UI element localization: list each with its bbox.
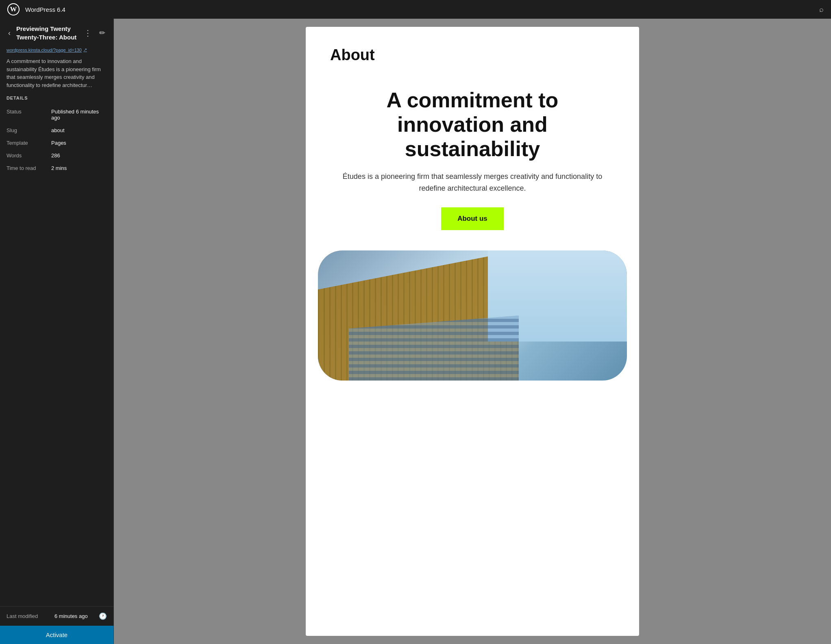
detail-label-words: Words [7, 152, 51, 159]
details-section: DETAILS Status Published 6 minutes ago S… [0, 96, 113, 174]
about-us-button[interactable]: About us [441, 207, 504, 230]
preview-frame: About A commitment to innovation and sus… [306, 27, 639, 636]
activate-button[interactable]: Activate [0, 626, 113, 644]
page-title: About [306, 27, 639, 72]
sky-area [488, 250, 627, 342]
app-title: WordPress 6.4 [25, 6, 819, 13]
last-modified-label: Last modified [7, 613, 51, 619]
detail-value-time-to-read: 2 mins [51, 165, 67, 171]
detail-row-time-to-read: Time to read 2 mins [7, 162, 107, 174]
back-button[interactable]: ‹ [7, 27, 12, 39]
detail-row-template: Template Pages [7, 137, 107, 149]
hero-subtext: Études is a pioneering firm that seamles… [330, 171, 615, 194]
sidebar: ‹ Previewing Twenty Twenty-Three: About … [0, 19, 114, 644]
detail-row-slug: Slug about [7, 124, 107, 137]
main-layout: ‹ Previewing Twenty Twenty-Three: About … [0, 19, 831, 644]
detail-label-status: Status [7, 109, 51, 115]
wordpress-logo: W [7, 3, 20, 15]
detail-value-words: 286 [51, 152, 60, 159]
top-bar: W WordPress 6.4 ⌕ [0, 0, 831, 19]
external-link-icon: ↗ [83, 47, 87, 52]
detail-row-words: Words 286 [7, 149, 107, 162]
details-heading: DETAILS [7, 96, 107, 100]
search-icon[interactable]: ⌕ [819, 5, 824, 14]
link-text: wordpress.kinsta.cloud/?page_id=130 [7, 48, 82, 52]
sidebar-link[interactable]: wordpress.kinsta.cloud/?page_id=130 ↗ [0, 47, 113, 57]
preview-area[interactable]: About A commitment to innovation and sus… [114, 19, 831, 644]
last-modified-value: 6 minutes ago [54, 613, 96, 619]
detail-value-template: Pages [51, 140, 66, 146]
detail-label-time-to-read: Time to read [7, 165, 51, 171]
sidebar-header: ‹ Previewing Twenty Twenty-Three: About … [0, 19, 113, 47]
detail-value-status: Published 6 minutes ago [51, 109, 107, 121]
preview-image-section [306, 238, 639, 381]
more-options-button[interactable]: ⋮ [82, 26, 94, 39]
history-icon[interactable]: 🕐 [99, 612, 107, 620]
hero-heading: A commitment to innovation and sustainab… [330, 88, 615, 161]
detail-value-slug: about [51, 127, 65, 133]
preview-hero: A commitment to innovation and sustainab… [306, 72, 639, 238]
edit-button[interactable]: ✏ [98, 27, 107, 39]
architecture-image [318, 250, 627, 381]
sidebar-title: Previewing Twenty Twenty-Three: About [16, 24, 78, 41]
sidebar-description: A commitment to innovation and sustainab… [0, 57, 113, 96]
detail-label-template: Template [7, 140, 51, 146]
sidebar-footer: Last modified 6 minutes ago 🕐 [0, 606, 113, 626]
detail-row-status: Status Published 6 minutes ago [7, 105, 107, 124]
detail-label-slug: Slug [7, 127, 51, 133]
svg-text:W: W [10, 5, 17, 13]
